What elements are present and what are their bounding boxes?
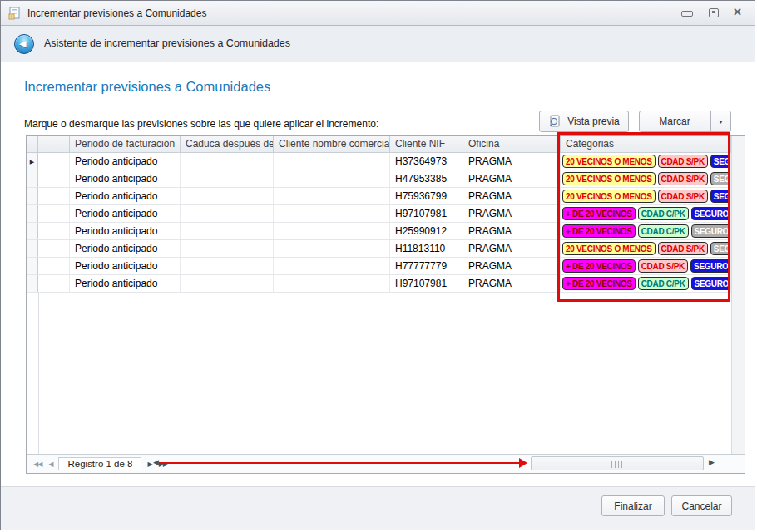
category-badge: CDAD S/PK — [638, 259, 688, 273]
categorias-cell: + DE 20 VECINOSCDAD C/PKSEGURO — [561, 223, 731, 239]
nif-cell: H97107981 — [390, 275, 463, 292]
category-badge: SEGURO — [691, 224, 731, 238]
column-header[interactable] — [27, 136, 38, 152]
checkbox-cell — [38, 188, 70, 204]
category-badge: SEGURO — [710, 242, 731, 255]
category-badge: 20 VECINOS O MENOS — [562, 242, 656, 255]
table-row[interactable]: Periodo anticipadoH47953385PRAGMA20 VECI… — [27, 170, 745, 188]
nombre-comercial-cell — [274, 153, 390, 170]
table-row[interactable]: Periodo anticipadoH75936799PRAGMA20 VECI… — [27, 188, 745, 205]
categorias-cell: 20 VECINOS O MENOSCDAD S/PKSEGURO — [561, 240, 731, 257]
category-badge: CDAD C/PK — [638, 224, 689, 238]
checkbox-cell — [38, 275, 70, 292]
category-badge: CDAD C/PK — [638, 277, 689, 290]
caduca-cell — [181, 153, 274, 170]
checkbox-cell — [38, 223, 70, 239]
window-icon — [8, 7, 22, 20]
category-badge: + DE 20 VECINOS — [562, 224, 636, 238]
table-row[interactable]: Periodo anticipadoH25990912PRAGMA+ DE 20… — [27, 223, 745, 240]
row-indicator-cell — [27, 205, 38, 222]
chevron-down-icon: ▼ — [718, 119, 724, 125]
footer-bar: Finalizar Cancelar — [1, 486, 755, 530]
periodo-cell: Periodo anticipado — [70, 258, 181, 274]
maximize-icon — [709, 8, 719, 17]
periodo-cell: Periodo anticipado — [70, 188, 181, 204]
caduca-cell — [181, 223, 274, 239]
periodo-cell: Periodo anticipado — [70, 275, 181, 292]
row-indicator-cell — [27, 258, 38, 274]
column-header[interactable]: Oficina — [463, 136, 561, 152]
marcar-button[interactable]: Marcar ▼ — [639, 111, 731, 132]
minimize-icon — [681, 11, 693, 17]
caduca-cell — [181, 170, 274, 187]
periodo-cell: Periodo anticipado — [70, 153, 181, 170]
categorias-cell: + DE 20 VECINOSCDAD S/PKSEGURO — [561, 258, 731, 274]
nif-cell: H47953385 — [390, 170, 463, 187]
column-header[interactable]: Cliente nombre comercial — [274, 136, 390, 152]
oficina-cell: PRAGMA — [463, 275, 561, 292]
column-divider — [38, 293, 39, 454]
periodo-cell: Periodo anticipado — [70, 240, 181, 257]
finalizar-button[interactable]: Finalizar — [601, 495, 665, 516]
nombre-comercial-cell — [274, 170, 390, 187]
column-header[interactable]: Cliente NIF — [390, 136, 463, 152]
column-header[interactable]: Categorias — [561, 136, 731, 152]
marcar-dropdown-button[interactable]: ▼ — [710, 111, 730, 131]
title-bar: Incrementar previsiones a Comunidades ✕ — [1, 1, 755, 26]
window-close-button[interactable]: ✕ — [728, 1, 750, 22]
category-badge: SEGURO — [691, 207, 731, 220]
periodo-cell: Periodo anticipado — [70, 205, 181, 222]
category-badge: 20 VECINOS O MENOS — [562, 190, 656, 203]
categorias-cell: 20 VECINOS O MENOSCDAD S/PKSEGURO — [561, 188, 731, 204]
grid-header: Periodo de facturaciónCaduca después deC… — [27, 136, 745, 153]
vertical-scrollbar[interactable] — [731, 136, 745, 454]
row-indicator-cell — [27, 240, 38, 257]
oficina-cell: PRAGMA — [463, 170, 561, 187]
cancelar-button[interactable]: Cancelar — [671, 495, 732, 516]
category-badge: CDAD S/PK — [658, 190, 708, 203]
category-badge: + DE 20 VECINOS — [562, 277, 636, 290]
nombre-comercial-cell — [274, 223, 390, 239]
category-badge: CDAD S/PK — [658, 155, 708, 168]
hscroll-right-arrow[interactable]: ▶ — [709, 458, 715, 466]
caduca-cell — [181, 188, 274, 204]
wizard-title: Asistente de incrementar previsiones a C… — [44, 37, 290, 49]
window-maximize-button[interactable] — [703, 1, 725, 22]
window-minimize-button[interactable] — [676, 1, 698, 22]
caduca-cell — [181, 275, 274, 292]
content-area: Incrementar previsiones a Comunidades Ma… — [1, 62, 755, 486]
table-row[interactable]: Periodo anticipadoH97107981PRAGMA+ DE 20… — [27, 275, 745, 293]
table-row[interactable]: ▶Periodo anticipadoH37364973PRAGMA20 VEC… — [27, 153, 745, 170]
table-row[interactable]: Periodo anticipadoH11813110PRAGMA20 VECI… — [27, 240, 745, 258]
vista-previa-button[interactable]: Vista previa — [539, 111, 629, 132]
column-header[interactable]: Caduca después de — [181, 136, 274, 152]
oficina-cell: PRAGMA — [463, 153, 561, 170]
table-row[interactable]: Periodo anticipadoH97107981PRAGMA+ DE 20… — [27, 205, 745, 223]
annotation-arrow-head — [519, 458, 527, 468]
nif-cell: H25990912 — [390, 223, 463, 239]
row-indicator-cell — [27, 275, 38, 292]
nav-prev-button[interactable]: ◀ — [45, 461, 56, 468]
annotation-arrow-line — [159, 462, 520, 464]
categorias-cell: 20 VECINOS O MENOSCDAD S/PKSEGURO — [561, 170, 731, 187]
scroll-grip-icon — [611, 461, 623, 468]
column-header[interactable] — [38, 136, 70, 152]
categorias-cell: 20 VECINOS O MENOSCDAD S/PKSEGURO — [561, 153, 731, 170]
column-header[interactable]: Periodo de facturación — [70, 136, 181, 152]
nif-cell: H37364973 — [390, 153, 463, 170]
back-button[interactable]: ◀ — [14, 34, 34, 54]
category-badge: SEGURO — [710, 172, 731, 185]
category-badge: + DE 20 VECINOS — [562, 259, 636, 273]
nombre-comercial-cell — [274, 275, 390, 292]
nif-cell: H75936799 — [390, 188, 463, 204]
category-badge: SEGURO — [690, 259, 731, 273]
nif-cell: H11813110 — [390, 240, 463, 257]
wizard-header: ◀ Asistente de incrementar previsiones a… — [1, 26, 755, 62]
nav-first-button[interactable]: ◀◀ — [30, 461, 45, 468]
table-row[interactable]: Periodo anticipadoH77777779PRAGMA+ DE 20… — [27, 258, 745, 275]
nif-cell: H77777779 — [390, 258, 463, 274]
hscroll-left-arrow[interactable]: ◀ — [153, 458, 159, 466]
category-badge: SEGURO — [710, 190, 731, 203]
oficina-cell: PRAGMA — [463, 205, 561, 222]
hscroll-thumb[interactable] — [531, 456, 704, 470]
